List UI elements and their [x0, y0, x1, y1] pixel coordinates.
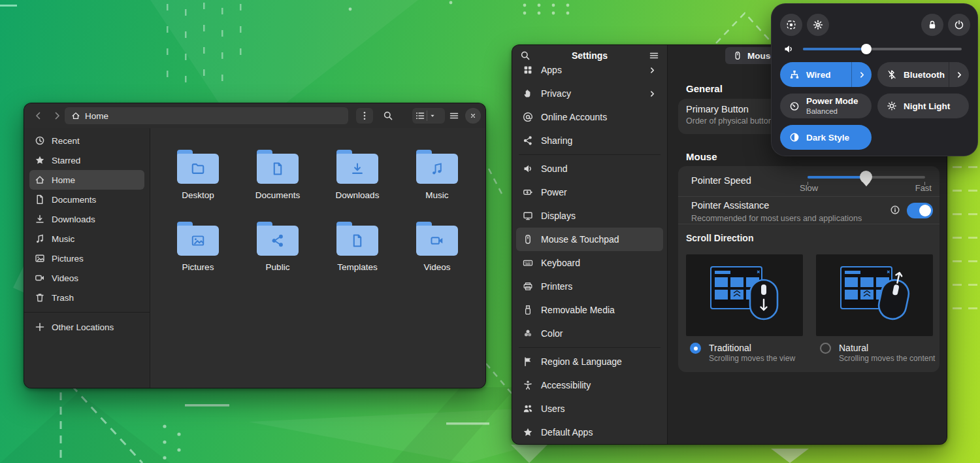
- sidebar-item-accessibility[interactable]: Accessibility: [516, 373, 663, 397]
- settings-sidebar: Settings Apps Privacy Online Accounts Sh…: [512, 45, 667, 444]
- path-bar[interactable]: Home: [65, 107, 348, 124]
- trash-icon: [35, 292, 45, 303]
- sidebar-item-default-apps[interactable]: Default Apps: [516, 420, 663, 444]
- forward-button[interactable]: [49, 108, 65, 124]
- search-button[interactable]: [380, 108, 397, 124]
- folder-documents[interactable]: Documents: [238, 150, 318, 222]
- lock-button[interactable]: [921, 14, 943, 36]
- sidebar-item-sharing[interactable]: Sharing: [516, 129, 663, 152]
- sidebar-item-label: Downloads: [52, 214, 95, 224]
- volume-icon: [783, 44, 794, 54]
- settings-headerbar[interactable]: Settings: [512, 45, 667, 66]
- sidebar-item-documents[interactable]: Documents: [29, 190, 144, 209]
- folder-icon: [257, 150, 299, 184]
- wired-tile[interactable]: Wired: [780, 62, 872, 87]
- sidebar-item-keyboard[interactable]: Keyboard: [516, 251, 663, 275]
- hamburger-icon[interactable]: [649, 50, 659, 61]
- sidebar-item-power[interactable]: Power: [516, 180, 663, 204]
- sidebar-divider: [519, 347, 661, 348]
- quick-settings-popover: Wired Bluetooth Power Mode Balanced Nigh…: [771, 3, 978, 156]
- sidebar-item-pictures[interactable]: Pictures: [29, 249, 144, 268]
- scroll-traditional-illustration[interactable]: [686, 254, 803, 336]
- sidebar-item-removable-media[interactable]: Removable Media: [516, 298, 663, 322]
- back-button[interactable]: [31, 108, 46, 124]
- sidebar-item-displays[interactable]: Displays: [516, 204, 663, 228]
- dark-style-tile[interactable]: Dark Style: [780, 125, 872, 150]
- sidebar-item-color[interactable]: Color: [516, 322, 663, 345]
- menu-button[interactable]: [446, 108, 463, 124]
- volume-thumb[interactable]: [861, 44, 872, 54]
- video-emblem-icon: [430, 233, 444, 248]
- sidebar-item-downloads[interactable]: Downloads: [29, 209, 144, 229]
- sidebar-item-label: Power: [541, 187, 567, 197]
- sidebar-item-recent[interactable]: Recent: [29, 131, 144, 150]
- folder-templates[interactable]: Templates: [318, 222, 397, 294]
- accessibility-person-icon: [523, 380, 533, 390]
- sidebar-item-region-language[interactable]: Region & Language: [516, 350, 663, 373]
- night-light-tile[interactable]: Night Light: [877, 94, 969, 118]
- home-icon: [71, 111, 80, 120]
- star-icon: [35, 155, 45, 165]
- sidebar-item-mouse-touchpad[interactable]: Mouse & Touchpad: [516, 228, 663, 251]
- sidebar-item-home[interactable]: Home: [29, 170, 144, 190]
- sidebar-item-sound[interactable]: Sound: [516, 157, 663, 180]
- folder-downloads[interactable]: Downloads: [318, 150, 397, 222]
- sidebar-item-starred[interactable]: Starred: [29, 150, 144, 170]
- sidebar-item-videos[interactable]: Videos: [29, 268, 144, 288]
- pointer-speed-slider[interactable]: Slow Fast: [808, 166, 925, 196]
- sidebar-item-trash[interactable]: Trash: [29, 288, 144, 307]
- close-button[interactable]: [465, 108, 481, 124]
- sidebar-item-printers[interactable]: Printers: [516, 275, 663, 298]
- folder-name: Public: [266, 262, 290, 272]
- sidebar-item-label: Documents: [52, 195, 96, 205]
- sidebar-item-online-accounts[interactable]: Online Accounts: [516, 105, 663, 129]
- usb-stick-icon: [523, 305, 533, 315]
- folder-public[interactable]: Public: [238, 222, 318, 294]
- natural-label: Natural: [839, 343, 935, 353]
- scroll-option-traditional[interactable]: Traditional Scrolling moves the view: [690, 343, 795, 363]
- radio-natural[interactable]: [820, 343, 831, 354]
- sidebar-item-music[interactable]: Music: [29, 229, 144, 249]
- folder-pictures[interactable]: Pictures: [158, 222, 238, 294]
- search-icon[interactable]: [520, 50, 531, 61]
- hand-icon: [523, 88, 533, 99]
- bluetooth-expand-button[interactable]: [949, 62, 969, 87]
- radio-traditional[interactable]: [690, 343, 701, 354]
- folder-videos[interactable]: Videos: [397, 222, 477, 294]
- close-icon: [469, 112, 477, 120]
- sidebar-item-privacy[interactable]: Privacy: [516, 82, 663, 105]
- sidebar-item-label: Starred: [52, 156, 80, 165]
- scroll-natural-illustration[interactable]: [816, 254, 933, 336]
- pointer-speed-row: Pointer Speed Slow Fast: [678, 166, 939, 196]
- wired-expand-button[interactable]: [851, 62, 872, 87]
- music-note-icon: [35, 233, 45, 244]
- settings-sidebar-list: Apps Privacy Online Accounts Sharing Sou…: [512, 66, 667, 444]
- info-icon[interactable]: [890, 205, 900, 215]
- settings-button[interactable]: [807, 14, 829, 36]
- bluetooth-tile[interactable]: Bluetooth: [877, 62, 969, 87]
- files-content: Desktop Documents Downloads Music Pictur…: [150, 128, 485, 388]
- volume-slider[interactable]: [803, 48, 962, 50]
- folder-music[interactable]: Music: [397, 150, 477, 222]
- folder-grid: Desktop Documents Downloads Music Pictur…: [158, 150, 485, 294]
- sidebar-item-other-locations[interactable]: Other Locations: [29, 317, 144, 337]
- pointer-assistance-toggle[interactable]: [907, 203, 933, 218]
- power-mode-tile[interactable]: Power Mode Balanced: [780, 94, 872, 118]
- power-button[interactable]: [948, 14, 970, 36]
- folder-name: Documents: [255, 190, 300, 200]
- search-icon: [383, 111, 393, 121]
- more-options-button[interactable]: [356, 108, 373, 124]
- files-headerbar[interactable]: Home: [24, 103, 485, 129]
- folder-desktop[interactable]: Desktop: [158, 150, 238, 222]
- sidebar-item-label: Keyboard: [541, 258, 580, 268]
- sidebar-item-label: Sound: [541, 163, 567, 174]
- sidebar-item-users[interactable]: Users: [516, 397, 663, 420]
- wired-label: Wired: [806, 70, 830, 80]
- slider-thumb[interactable]: [860, 171, 872, 183]
- sidebar-item-apps[interactable]: Apps: [516, 66, 663, 82]
- pointer-assistance-subtitle: Recommended for most users and applicati…: [691, 214, 862, 223]
- row-divider: [678, 224, 939, 224]
- screenshot-button[interactable]: [780, 14, 802, 36]
- scroll-option-natural[interactable]: Natural Scrolling moves the content: [820, 343, 935, 363]
- view-toggle[interactable]: [412, 108, 445, 124]
